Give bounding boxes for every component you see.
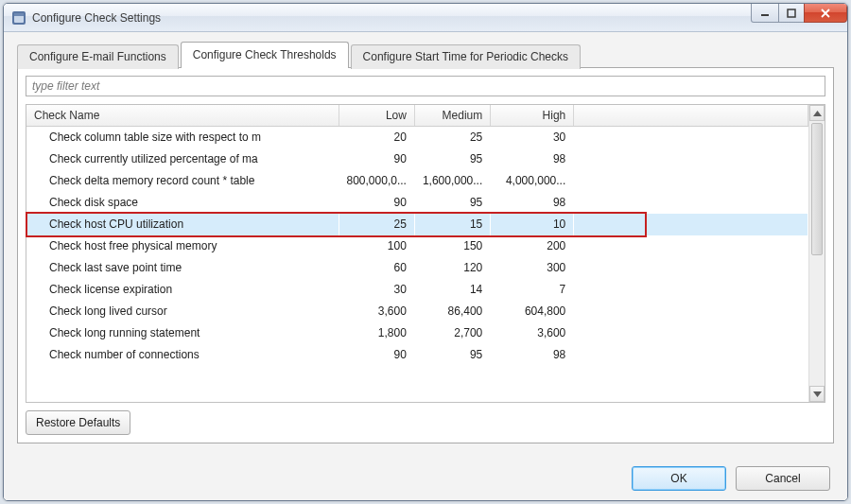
table-row[interactable]: Check delta memory record count * table8… xyxy=(26,170,808,192)
ok-button[interactable]: OK xyxy=(632,466,726,491)
table-row[interactable]: Check license expiration30147 xyxy=(26,279,808,301)
cell-medium[interactable]: 2,700 xyxy=(414,322,490,344)
cell-low[interactable]: 3,600 xyxy=(339,301,414,322)
cell-fill xyxy=(574,214,808,235)
tabs: Configure E-mail Functions Configure Che… xyxy=(17,42,834,68)
cell-low[interactable]: 800,000,0... xyxy=(339,170,414,192)
app-icon xyxy=(11,10,26,26)
cell-high[interactable]: 200 xyxy=(491,235,574,257)
col-header-medium[interactable]: Medium xyxy=(414,105,490,127)
content-area: Configure E-mail Functions Configure Che… xyxy=(4,32,847,457)
cell-medium[interactable]: 1,600,000... xyxy=(414,170,490,192)
close-button[interactable] xyxy=(804,4,847,23)
col-header-high[interactable]: High xyxy=(491,105,574,127)
cell-medium[interactable]: 120 xyxy=(414,257,490,279)
cell-medium[interactable]: 95 xyxy=(414,148,490,170)
table-row[interactable]: Check number of connections909598 xyxy=(26,344,808,366)
cell-fill xyxy=(574,279,808,301)
cell-high[interactable]: 604,800 xyxy=(491,301,574,322)
vertical-scrollbar[interactable] xyxy=(808,105,825,402)
cell-high[interactable]: 3,600 xyxy=(491,322,574,344)
table-wrapper: Check Name Low Medium High Check column … xyxy=(26,104,825,403)
tab-email-functions[interactable]: Configure E-mail Functions xyxy=(17,44,179,69)
restore-defaults-button[interactable]: Restore Defaults xyxy=(26,410,130,435)
cell-medium[interactable]: 86,400 xyxy=(414,301,490,322)
cell-medium[interactable]: 14 xyxy=(414,279,490,301)
cell-low[interactable]: 90 xyxy=(339,148,414,170)
cell-low[interactable]: 60 xyxy=(339,257,414,279)
thresholds-table: Check Name Low Medium High Check column … xyxy=(26,105,808,366)
col-header-fill[interactable] xyxy=(574,105,808,127)
cell-high[interactable]: 4,000,000... xyxy=(491,170,574,192)
table-row[interactable]: Check last save point time60120300 xyxy=(26,257,808,279)
cell-name[interactable]: Check currently utilized percentage of m… xyxy=(26,148,339,170)
cell-low[interactable]: 1,800 xyxy=(339,322,414,344)
col-header-low[interactable]: Low xyxy=(339,105,414,127)
cell-name[interactable]: Check disk space xyxy=(26,192,339,214)
table-row[interactable]: Check host free physical memory100150200 xyxy=(26,235,808,257)
table-row[interactable]: Check disk space909598 xyxy=(26,192,808,214)
cell-low[interactable]: 90 xyxy=(339,344,414,366)
scroll-track[interactable] xyxy=(809,121,825,386)
cell-high[interactable]: 7 xyxy=(491,279,574,301)
cell-name[interactable]: Check number of connections xyxy=(26,344,339,366)
titlebar[interactable]: Configure Check Settings xyxy=(4,4,847,32)
cell-medium[interactable]: 150 xyxy=(414,235,490,257)
col-header-name[interactable]: Check Name xyxy=(26,105,339,127)
cell-fill xyxy=(574,148,808,170)
table-row[interactable]: Check currently utilized percentage of m… xyxy=(26,148,808,170)
scroll-up-button[interactable] xyxy=(809,105,825,121)
cell-high[interactable]: 10 xyxy=(491,214,574,235)
maximize-button[interactable] xyxy=(778,4,805,23)
cell-low[interactable]: 100 xyxy=(339,235,414,257)
filter-input[interactable] xyxy=(26,76,825,96)
window-title: Configure Check Settings xyxy=(32,11,161,25)
cell-name[interactable]: Check delta memory record count * table xyxy=(26,170,339,192)
cell-fill xyxy=(574,192,808,214)
cell-name[interactable]: Check host CPU utilization xyxy=(26,214,339,235)
minimize-button[interactable] xyxy=(751,4,779,23)
cell-fill xyxy=(574,170,808,192)
cell-medium[interactable]: 15 xyxy=(414,214,490,235)
cell-name[interactable]: Check host free physical memory xyxy=(26,235,339,257)
cell-name[interactable]: Check long lived cursor xyxy=(26,301,339,322)
table-row[interactable]: Check column table size with respect to … xyxy=(26,127,808,148)
cancel-button[interactable]: Cancel xyxy=(736,466,830,491)
cell-high[interactable]: 98 xyxy=(491,344,574,366)
dialog-window: Configure Check Settings Configure E-mai… xyxy=(3,3,848,501)
tab-check-thresholds[interactable]: Configure Check Thresholds xyxy=(181,42,349,68)
scroll-thumb[interactable] xyxy=(811,123,823,255)
dialog-footer: OK Cancel xyxy=(4,457,847,500)
table-row[interactable]: Check long lived cursor3,60086,400604,80… xyxy=(26,301,808,322)
cell-medium[interactable]: 95 xyxy=(414,192,490,214)
table-container: Check Name Low Medium High Check column … xyxy=(26,104,825,403)
cell-medium[interactable]: 95 xyxy=(414,344,490,366)
cell-name[interactable]: Check column table size with respect to … xyxy=(26,127,339,148)
cell-fill xyxy=(574,257,808,279)
window-controls xyxy=(752,4,847,23)
table-row[interactable]: Check host CPU utilization251510 xyxy=(26,214,808,235)
cell-high[interactable]: 98 xyxy=(491,192,574,214)
cell-low[interactable]: 20 xyxy=(339,127,414,148)
cell-fill xyxy=(574,322,808,344)
table-row[interactable]: Check long running statement1,8002,7003,… xyxy=(26,322,808,344)
cell-fill xyxy=(574,301,808,322)
cell-fill xyxy=(574,344,808,366)
cell-low[interactable]: 25 xyxy=(339,214,414,235)
cell-medium[interactable]: 25 xyxy=(414,127,490,148)
cell-name[interactable]: Check long running statement xyxy=(26,322,339,344)
svg-rect-3 xyxy=(761,14,769,16)
scroll-down-button[interactable] xyxy=(809,386,825,402)
cell-name[interactable]: Check last save point time xyxy=(26,257,339,279)
svg-rect-2 xyxy=(14,13,24,16)
cell-high[interactable]: 300 xyxy=(491,257,574,279)
tab-panel: Check Name Low Medium High Check column … xyxy=(17,67,834,443)
cell-high[interactable]: 30 xyxy=(491,127,574,148)
cell-low[interactable]: 90 xyxy=(339,192,414,214)
cell-high[interactable]: 98 xyxy=(491,148,574,170)
tab-start-time[interactable]: Configure Start Time for Periodic Checks xyxy=(351,44,581,69)
cell-fill xyxy=(574,127,808,148)
cell-name[interactable]: Check license expiration xyxy=(26,279,339,301)
cell-low[interactable]: 30 xyxy=(339,279,414,301)
table-header-row[interactable]: Check Name Low Medium High xyxy=(26,105,808,127)
